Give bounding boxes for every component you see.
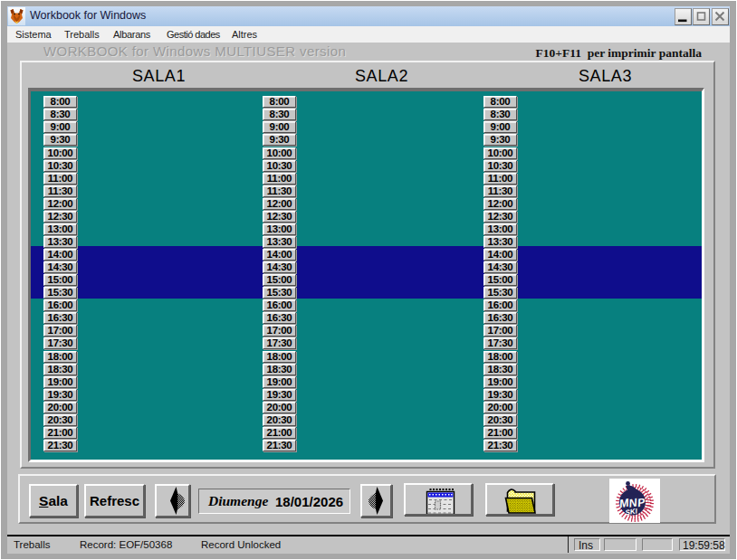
- svg-text:P: P: [636, 496, 646, 509]
- svg-text:SKI: SKI: [625, 507, 638, 517]
